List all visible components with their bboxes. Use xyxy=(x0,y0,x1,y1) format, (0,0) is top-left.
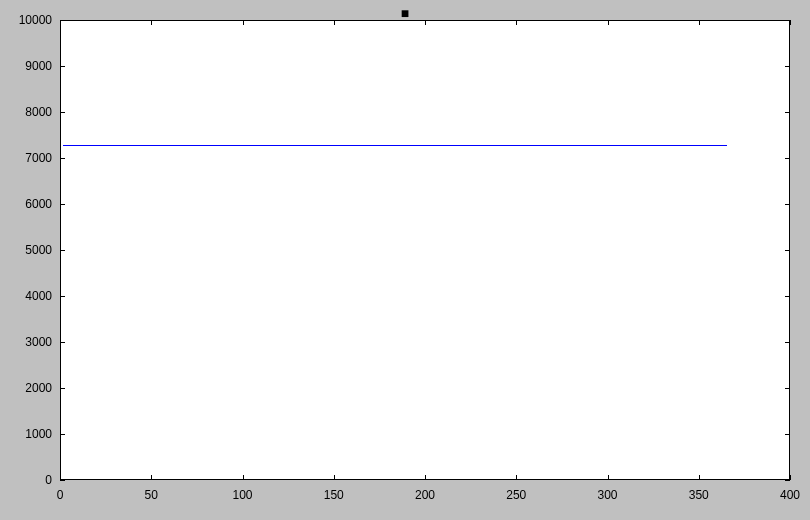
x-tick-label: 350 xyxy=(689,488,709,502)
x-tick xyxy=(151,475,152,480)
x-tick xyxy=(425,20,426,25)
y-tick xyxy=(60,204,65,205)
y-tick xyxy=(60,296,65,297)
x-tick xyxy=(425,475,426,480)
x-tick xyxy=(243,475,244,480)
x-tick-label: 150 xyxy=(324,488,344,502)
y-tick-label: 0 xyxy=(12,473,52,487)
y-tick xyxy=(785,434,790,435)
y-tick-label: 9000 xyxy=(12,59,52,73)
y-tick-label: 3000 xyxy=(12,335,52,349)
x-tick xyxy=(334,475,335,480)
chart-title-marker: ■ xyxy=(401,5,409,21)
y-tick xyxy=(785,158,790,159)
y-tick xyxy=(60,66,65,67)
x-tick xyxy=(243,20,244,25)
x-tick-label: 0 xyxy=(57,488,64,502)
x-tick xyxy=(516,20,517,25)
y-tick xyxy=(60,480,65,481)
y-tick xyxy=(785,480,790,481)
axes xyxy=(60,20,790,480)
x-tick xyxy=(516,475,517,480)
x-tick xyxy=(699,475,700,480)
y-tick-label: 6000 xyxy=(12,197,52,211)
x-tick xyxy=(608,475,609,480)
x-tick xyxy=(699,20,700,25)
y-tick xyxy=(785,112,790,113)
x-tick-label: 100 xyxy=(232,488,252,502)
y-tick xyxy=(60,434,65,435)
x-tick-label: 300 xyxy=(597,488,617,502)
x-tick xyxy=(790,475,791,480)
x-tick-label: 50 xyxy=(145,488,158,502)
y-tick xyxy=(60,112,65,113)
y-tick xyxy=(785,342,790,343)
y-tick-label: 2000 xyxy=(12,381,52,395)
y-tick-label: 7000 xyxy=(12,151,52,165)
y-tick xyxy=(785,66,790,67)
y-tick-label: 1000 xyxy=(12,427,52,441)
y-tick xyxy=(785,204,790,205)
x-tick xyxy=(151,20,152,25)
x-tick xyxy=(334,20,335,25)
figure-window: ■ 05010015020025030035040001000200030004… xyxy=(0,0,810,520)
y-tick-label: 10000 xyxy=(12,13,52,27)
y-tick xyxy=(60,250,65,251)
y-tick xyxy=(60,342,65,343)
y-tick-label: 8000 xyxy=(12,105,52,119)
x-tick-label: 400 xyxy=(780,488,800,502)
y-tick xyxy=(785,388,790,389)
y-tick xyxy=(785,250,790,251)
y-tick xyxy=(785,296,790,297)
x-tick xyxy=(790,20,791,25)
x-tick-label: 200 xyxy=(415,488,435,502)
x-tick-label: 250 xyxy=(506,488,526,502)
y-tick xyxy=(60,388,65,389)
y-tick xyxy=(60,158,65,159)
y-tick-label: 5000 xyxy=(12,243,52,257)
x-tick xyxy=(608,20,609,25)
y-tick xyxy=(60,20,65,21)
y-tick xyxy=(785,20,790,21)
y-tick-label: 4000 xyxy=(12,289,52,303)
data-line-series1 xyxy=(63,145,727,146)
